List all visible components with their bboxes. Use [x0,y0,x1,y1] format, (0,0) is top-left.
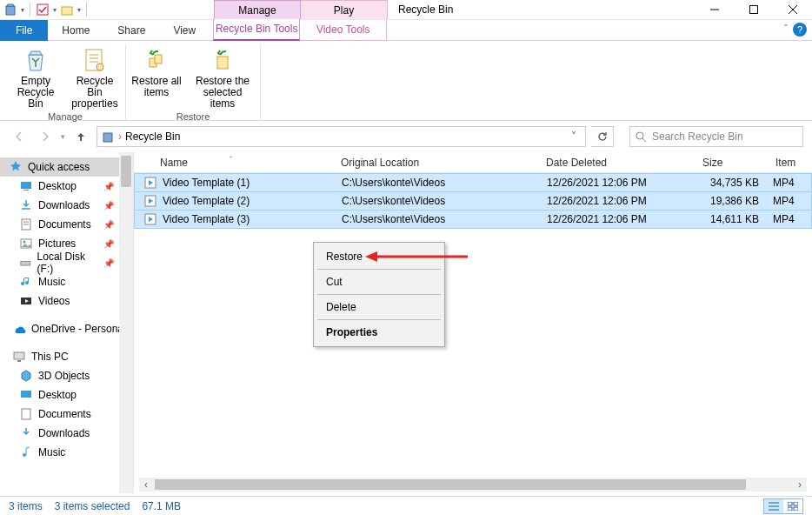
column-date-deleted[interactable]: Date Deleted [539,157,696,169]
breadcrumb-location[interactable]: Recycle Bin [125,130,180,143]
nav-scrollbar[interactable] [119,152,133,493]
qat-customize-icon[interactable]: ▾ [77,6,81,14]
nav-3d-objects[interactable]: 3D Objects [0,366,133,385]
svg-rect-43 [794,507,798,511]
nav-local-disk[interactable]: Local Disk (F:)📌 [0,253,133,272]
ctx-cut[interactable]: Cut [314,271,444,292]
video-file-icon [143,212,157,226]
search-input[interactable]: Search Recycle Bin [629,126,803,147]
nav-label: Desktop [38,180,77,192]
ribbon-body: Empty Recycle Bin Recycle Bin properties… [0,41,812,121]
column-name[interactable]: Nameˆ [134,157,334,169]
ctx-delete[interactable]: Delete [314,297,444,318]
properties-icon[interactable] [36,3,50,17]
column-original-location[interactable]: Original Location [334,157,539,169]
column-size[interactable]: Size [696,157,769,169]
nav-pc-music[interactable]: Music [0,443,133,462]
file-row[interactable]: Video Template (1) C:\Users\konte\Videos… [134,173,812,192]
downloads-icon [19,426,33,440]
contextual-tab-headers: Manage Play [214,0,388,19]
recycle-bin-properties-button[interactable]: Recycle Bin properties [70,44,120,110]
restore-selected-button[interactable]: Restore the selected items [190,44,255,110]
nav-downloads[interactable]: Downloads📌 [0,196,133,215]
svg-rect-29 [21,391,31,398]
ctx-restore[interactable]: Restore [314,246,444,267]
collapse-ribbon-icon[interactable]: ˆ [784,23,788,36]
ctx-properties[interactable]: Properties [314,322,444,343]
svg-rect-19 [23,190,29,191]
svg-rect-25 [21,261,30,265]
breadcrumb-dropdown-icon[interactable]: ˅ [571,130,582,143]
recent-locations-icon[interactable]: ▾ [61,132,65,141]
nav-music[interactable]: Music [0,272,133,291]
nav-label: Desktop [38,389,77,401]
status-size: 67.1 MB [142,500,181,512]
back-button[interactable] [9,126,30,147]
horizontal-scrollbar[interactable]: ‹ › [139,478,807,492]
nav-documents[interactable]: Documents📌 [0,215,133,234]
nav-label: Documents [38,408,91,420]
svg-rect-28 [17,360,21,362]
empty-recycle-bin-button[interactable]: Empty Recycle Bin [10,44,61,110]
details-view-button[interactable] [764,499,783,513]
svg-point-24 [23,241,26,244]
tab-file[interactable]: File [0,20,48,41]
thumbnails-view-button[interactable] [783,499,802,513]
nav-pc-documents[interactable]: Documents [0,405,133,424]
svg-rect-27 [14,352,24,359]
column-item-type[interactable]: Item [769,157,810,169]
nav-pc-downloads[interactable]: Downloads [0,424,133,443]
tab-share[interactable]: Share [103,20,159,41]
nav-quick-access[interactable]: Quick access [0,157,133,177]
nav-desktop[interactable]: Desktop📌 [0,177,133,196]
svg-rect-14 [217,57,228,69]
minimize-button[interactable] [695,0,734,19]
file-type: MP4 [769,177,811,189]
recycle-bin-icon [101,130,115,144]
scroll-right-icon[interactable]: › [793,478,807,491]
file-size: 19,386 KB [696,195,769,207]
file-row[interactable]: Video Template (2) C:\Users\konte\Videos… [134,191,812,211]
tab-view[interactable]: View [159,20,210,41]
file-list-pane: Nameˆ Original Location Date Deleted Siz… [134,152,812,493]
nav-label: Local Disk (F:) [37,251,98,275]
separator [317,319,441,320]
view-toggle [763,498,803,514]
nav-pc-desktop[interactable]: Desktop [0,385,133,405]
status-item-count: 3 items [9,500,43,512]
context-tab-play: Play [301,0,388,19]
documents-icon [19,217,33,231]
file-row[interactable]: Video Template (3) C:\Users\konte\Videos… [134,210,812,229]
up-button[interactable] [70,126,91,147]
tab-recycle-bin-tools[interactable]: Recycle Bin Tools [213,19,300,41]
context-menu: Restore Cut Delete Properties [313,242,445,347]
new-folder-icon[interactable] [60,3,74,17]
breadcrumb[interactable]: › Recycle Bin ˅ [97,126,586,147]
pictures-icon [19,237,33,251]
nav-label: Downloads [38,199,90,211]
3d-objects-icon [19,369,33,383]
close-button[interactable] [773,0,812,19]
nav-label: 3D Objects [38,370,90,382]
qat-dropdown-icon[interactable]: ▾ [53,6,57,14]
nav-videos[interactable]: Videos [0,291,133,311]
svg-rect-42 [788,507,792,511]
nav-this-pc[interactable]: This PC [0,347,133,366]
forward-button[interactable] [35,126,56,147]
nav-onedrive[interactable]: OneDrive - Personal [0,319,133,338]
scrollbar-thumb[interactable] [155,479,746,490]
downloads-icon [19,198,33,212]
refresh-button[interactable] [591,126,614,147]
scroll-left-icon[interactable]: ‹ [139,478,153,491]
help-icon[interactable]: ? [793,23,807,37]
file-date: 12/26/2021 12:06 PM [540,213,696,225]
video-file-icon [143,176,157,190]
maximize-button[interactable] [734,0,773,19]
chevron-right-icon[interactable]: › [118,130,122,143]
tab-home[interactable]: Home [48,20,103,41]
file-type: MP4 [769,195,811,207]
svg-rect-30 [22,409,30,419]
restore-all-button[interactable]: Restore all items [131,44,182,110]
qat-dropdown-icon[interactable]: ▾ [21,6,24,14]
tab-video-tools[interactable]: Video Tools [300,20,387,41]
